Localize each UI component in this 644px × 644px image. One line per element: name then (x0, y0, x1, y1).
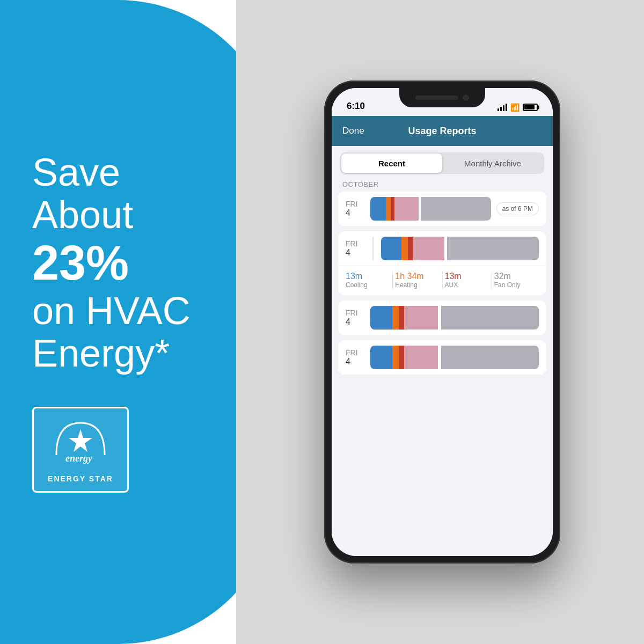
usage-bar-1 (370, 197, 491, 221)
tab-recent[interactable]: Recent (341, 153, 442, 173)
usage-row-expanded[interactable]: FRI 4 (338, 231, 546, 295)
about-line: About (32, 193, 133, 236)
phone-wrapper: 6:10 📶 Done (292, 80, 592, 564)
stat-value-heating: 1h 34m (395, 272, 440, 281)
day-label-1: FRI 4 (346, 200, 365, 218)
energy-star-svg: energy (48, 418, 113, 469)
energy-star-label: ENERGY STAR (48, 474, 113, 483)
usage-row-1[interactable]: FRI 4 as of 6 PM (338, 192, 546, 226)
energy-line: Energy* (32, 332, 170, 375)
headline-text: Save About 23% on HVAC Energy* (32, 151, 220, 375)
energy-star-logo: energy (43, 416, 118, 470)
phone-device: 6:10 📶 Done (324, 80, 560, 564)
stat-value-fan: 32m (494, 272, 539, 281)
content-area: OCTOBER FRI 4 as of 6 PM (332, 175, 553, 556)
stat-aux: 13m AUX (445, 272, 489, 289)
stat-label-cooling: Cooling (346, 281, 390, 289)
day-label-4: FRI 4 (346, 348, 365, 367)
day-label-3: FRI 4 (346, 309, 365, 327)
expanded-stats: 13m Cooling 1h 34m Heating 13m AUX (338, 266, 546, 295)
nav-title: Usage Reports (408, 126, 476, 137)
tab-monthly-archive[interactable]: Monthly Archive (442, 153, 543, 173)
segment-control: Recent Monthly Archive (340, 152, 544, 174)
notch-pill (415, 96, 458, 100)
phone-notch (399, 88, 485, 107)
hvac-line: on HVAC (32, 289, 191, 332)
day-label-2: FRI 4 (346, 239, 365, 258)
percent-line: 23% (32, 236, 129, 290)
phone-screen: 6:10 📶 Done (332, 88, 553, 556)
wifi-icon: 📶 (510, 103, 519, 112)
usage-row-4[interactable]: FRI 4 (338, 340, 546, 375)
stat-cooling: 13m Cooling (346, 272, 390, 289)
usage-bar-2 (381, 237, 539, 260)
energy-star-badge: energy ENERGY STAR (32, 407, 129, 493)
stat-label-aux: AUX (445, 281, 489, 289)
usage-bar-3 (370, 306, 539, 330)
divider (372, 237, 374, 260)
expanded-bar-row: FRI 4 (338, 231, 546, 266)
signal-icon (497, 104, 507, 111)
usage-bar-4 (370, 346, 539, 369)
stat-heating: 1h 34m Heating (395, 272, 440, 289)
battery-icon (523, 104, 538, 111)
left-panel: Save About 23% on HVAC Energy* energy EN… (0, 0, 247, 644)
stat-value-aux: 13m (445, 272, 489, 281)
svg-text:energy: energy (65, 453, 93, 464)
stat-label-heating: Heating (395, 281, 440, 289)
nav-bar: Done Usage Reports (332, 116, 553, 146)
status-icons: 📶 (497, 103, 538, 112)
section-header-october: OCTOBER (332, 175, 553, 192)
stat-fan: 32m Fan Only (494, 272, 539, 289)
svg-marker-0 (69, 429, 92, 452)
usage-row-3[interactable]: FRI 4 (338, 301, 546, 335)
stat-label-fan: Fan Only (494, 281, 539, 289)
as-of-badge: as of 6 PM (496, 202, 539, 215)
save-line: Save (32, 151, 120, 194)
stat-value-cooling: 13m (346, 272, 390, 281)
camera-dot (463, 94, 469, 101)
